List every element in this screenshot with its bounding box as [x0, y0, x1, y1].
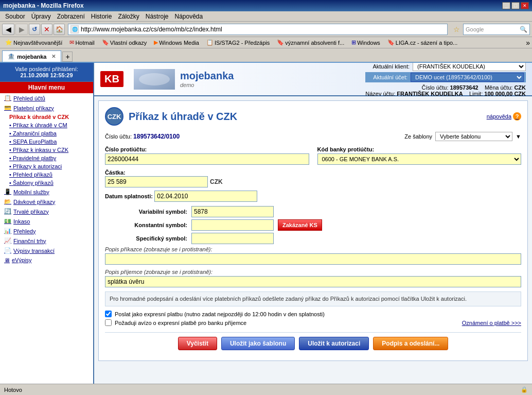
ulozit-autorizaci-button[interactable]: Uložit k autorizaci [299, 337, 369, 350]
nazev-uctu-label: Název účtu: [365, 91, 395, 97]
popis-prikazce-input[interactable] [105, 253, 521, 265]
castka-row: Částka: CZK [105, 169, 521, 187]
bookmark-icon-7: 🔖 [387, 39, 395, 46]
zakazane-ks-button[interactable]: Zakázané KS [278, 219, 322, 231]
popis-prijemce-input[interactable] [105, 276, 521, 287]
standing-icon: 🔄 [4, 208, 11, 215]
sidebar-item-sepa[interactable]: • SEPA EuroPlatba [0, 138, 93, 146]
sidebar-item-financni[interactable]: 📈 Finanční trhy [0, 236, 93, 246]
limit-label: Limit: [469, 91, 483, 97]
current-account-select[interactable]: DEMO ucet (189573642/0100) [411, 73, 524, 82]
datum-input[interactable] [154, 191, 257, 202]
bookmark-nejnavstevovanejsi[interactable]: ⭐ Nejnavštěvovanější [2, 39, 65, 46]
sidebar-item-cm[interactable]: • Příkaz k úhradě v CM [0, 121, 93, 129]
form-account-info: Číslo účtu: 189573642/0100 [105, 133, 180, 140]
bookmark-windows[interactable]: ⊞ Windows [348, 39, 383, 46]
bookmark-windows-media[interactable]: ▶ Windows Media [151, 39, 202, 46]
bookmark-hotmail[interactable]: ✉ Hotmail [66, 39, 97, 46]
form-area: CZK Příkaz k úhradě v CZK nápověda ? Čís… [98, 100, 528, 361]
current-client-select[interactable]: (FRANTIŠEK KOUDELKA) [413, 63, 526, 71]
minimize-button[interactable]: _ [502, 2, 510, 9]
sidebar-item-prehledy[interactable]: 📊 Přehledy [0, 226, 93, 236]
window-controls[interactable]: _ □ ✕ [502, 2, 529, 9]
konstantni-row: Konstantní symbol: Zakázané KS [105, 219, 521, 231]
bookmark-icon-2: 🔖 [102, 39, 109, 46]
bullet-icon-inkaso-czk: • [9, 147, 11, 153]
avizo-checkbox[interactable] [105, 319, 112, 326]
sidebar-item-prehled[interactable]: 📋 Přehled účtů [0, 93, 93, 103]
back-button[interactable]: ◀ [2, 24, 14, 35]
sidebar-item-sablony[interactable]: • Šablony příkazů [0, 179, 93, 187]
bookmarks-more-button[interactable]: » [526, 39, 530, 47]
bank-image [134, 69, 175, 90]
bookmark-star-button[interactable]: ☆ [451, 24, 462, 35]
oznameni-link[interactable]: Oznámení o platbě >>> [462, 320, 521, 326]
reload-button[interactable]: ↺ [29, 24, 40, 35]
sidebar-item-autorizace[interactable]: • Příkazy k autorizaci [0, 162, 93, 170]
napoveda-link[interactable]: nápověda ? [487, 112, 521, 121]
sidebar-item-zahranicni[interactable]: • Zahraniční platba [0, 129, 93, 138]
cislo-protiuctu-input[interactable] [105, 153, 309, 165]
buttons-bar: Vyčistit Uložit jako šablonu Uložit k au… [105, 332, 521, 354]
bookmark-stag2[interactable]: 📋 IS/STAG2 - Předzápis [203, 39, 273, 46]
menu-napoveda[interactable]: Nápověda [171, 12, 206, 21]
castka-input[interactable] [105, 176, 208, 187]
cislo-protiuctu-label: Číslo protiúčtu: [105, 146, 309, 152]
variabilni-input[interactable] [191, 206, 274, 217]
checkbox2-row: Požaduji avízo o expresní platbě pro ban… [105, 319, 521, 326]
stop-button[interactable]: ✕ [41, 24, 52, 35]
new-tab-button[interactable]: + [62, 51, 73, 62]
home-button[interactable]: 🏠 [54, 24, 65, 35]
sidebar-item-mobilni[interactable]: 📱 Mobilní služby [0, 187, 93, 197]
menu-soubor[interactable]: Soubor [2, 12, 28, 21]
current-client-label: Aktuální klient: [373, 63, 410, 70]
menu-zalozky[interactable]: Záložky [115, 12, 142, 21]
sablona-row: Ze šablony Vyberte šablonu ▼ [404, 132, 521, 141]
field-kod-banky: Kód banky protiúčtu: 0600 - GE MONEY BAN… [317, 146, 522, 165]
sablona-select[interactable]: Vyberte šablonu [435, 132, 512, 141]
sidebar-item-prehled-prikazu[interactable]: • Přehled příkazů [0, 170, 93, 179]
kod-banky-select[interactable]: 0600 - GE MONEY BANK A.S. [317, 153, 522, 165]
sidebar-item-davkove[interactable]: 📂 Dávkové příkazy [0, 197, 93, 207]
bookmark-liga[interactable]: 🔖 LIGA.cz - sázení a tipo... [384, 39, 460, 46]
sidebar-item-platebni[interactable]: 💳 Platební příkazy [0, 103, 93, 113]
forward-button[interactable]: ▶ [15, 24, 28, 35]
close-button[interactable]: ✕ [521, 2, 529, 9]
tab-close-icon[interactable]: ✕ [51, 54, 56, 59]
menu-nastroje[interactable]: Nástroje [143, 12, 172, 21]
sidebar-item-evypisy[interactable]: 🖥 eVýpisy [0, 255, 93, 265]
sidebar-item-czk[interactable]: Příkaz k úhradě v CZK [0, 113, 93, 121]
vycistit-button[interactable]: Vyčistit [178, 337, 217, 350]
menu-historie[interactable]: Historie [88, 12, 115, 21]
variabilni-label: Variabilní symbol: [105, 209, 187, 215]
sidebar-item-vypisy[interactable]: 📄 Výpisy transakcí [0, 246, 93, 255]
address-text[interactable]: http://www.mojebanka.cz/cs/demo/mb/cz/in… [81, 26, 445, 33]
castka-input-row: CZK [105, 176, 521, 187]
search-icon[interactable]: 🔍 [520, 26, 527, 33]
konstantni-input[interactable] [191, 219, 274, 231]
bookmarks-bar: ⭐ Nejnavštěvovanější ✉ Hotmail 🔖 Vlastní… [0, 37, 532, 48]
bullet-icon-pravidelne: • [9, 155, 11, 161]
specificky-input[interactable] [191, 233, 274, 244]
maximize-button[interactable]: □ [511, 2, 520, 9]
kod-banky-label: Kód banky protiúčtu: [317, 146, 522, 152]
sidebar-item-pravidelne[interactable]: • Pravidelné platby [0, 154, 93, 162]
search-bar[interactable]: Google 🔍 [463, 24, 530, 35]
popis-prikazce-label: Popis příkazce (zobrazuje se i protistra… [105, 246, 521, 252]
popis-prijemce-field: Popis příjemce (zobrazuje se i protistra… [105, 269, 521, 287]
sidebar-item-inkaso[interactable]: 💵 Inkaso [0, 216, 93, 226]
address-bar[interactable]: 🌐 http://www.mojebanka.cz/cs/demo/mb/cz/… [68, 24, 448, 35]
sidebar-item-inkaso-czk[interactable]: • Příkaz k inkasu v CZK [0, 146, 93, 154]
mobile-icon: 📱 [4, 188, 11, 195]
expresni-checkbox[interactable] [105, 311, 112, 317]
menu-upravy[interactable]: Úpravy [28, 12, 54, 21]
menu-zobrazeni[interactable]: Zobrazení [54, 12, 88, 21]
podpis-button[interactable]: Podpis a odeslání... [373, 337, 448, 350]
ulozit-sablonu-button[interactable]: Uložit jako šablonu [221, 337, 295, 350]
bookmark-vlastni[interactable]: 🔖 Vlastní odkazy [99, 39, 150, 46]
tab-mojebanka[interactable]: 🏦 mojebanka ✕ [2, 50, 61, 62]
mena-uctu-value: CZK [514, 84, 526, 91]
bookmark-absolventi[interactable]: 🔖 významní absolventi f... [274, 39, 347, 46]
ze-sablony-label: Ze šablony [404, 133, 432, 140]
sidebar-item-trvale[interactable]: 🔄 Trvalé příkazy [0, 207, 93, 216]
